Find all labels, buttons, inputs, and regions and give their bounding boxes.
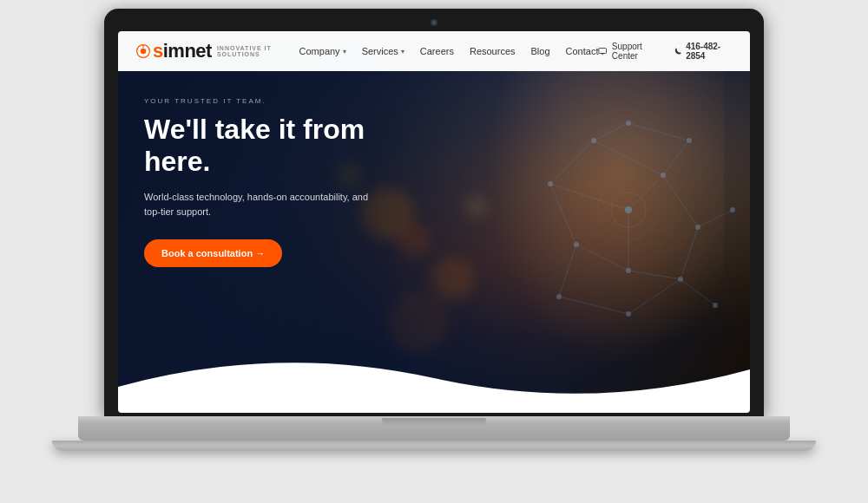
phone-icon — [674, 47, 682, 56]
svg-point-29 — [713, 303, 718, 308]
svg-point-35 — [141, 49, 147, 55]
svg-point-23 — [574, 242, 579, 247]
chevron-down-icon: ▾ — [401, 48, 404, 56]
svg-point-25 — [625, 206, 632, 213]
svg-point-18 — [591, 138, 596, 143]
svg-line-17 — [628, 279, 681, 314]
svg-line-13 — [698, 210, 733, 227]
nav-blog[interactable]: Blog — [531, 46, 550, 56]
nav-careers[interactable]: Careers — [420, 46, 454, 56]
trusted-label: YOUR TRUSTED IT TEAM. — [144, 97, 404, 105]
network-graphic — [420, 71, 750, 375]
svg-line-1 — [663, 175, 698, 227]
svg-point-22 — [548, 181, 553, 186]
svg-line-4 — [550, 184, 576, 245]
laptop-notch — [382, 418, 486, 427]
nav-center: Company ▾ Services ▾ Careers Resources B — [299, 46, 599, 56]
svg-rect-37 — [599, 49, 607, 54]
svg-line-11 — [628, 123, 689, 140]
svg-line-12 — [663, 140, 689, 175]
nav-left: simnet INNOVATIVE IT SOLUTIONS — [135, 40, 299, 62]
svg-line-16 — [559, 297, 628, 314]
logo-icon — [135, 42, 151, 61]
svg-line-2 — [681, 227, 698, 279]
phone-number[interactable]: 416-482-2854 — [674, 42, 733, 61]
nav-right: Support Center 416-482-2854 — [598, 42, 733, 61]
webcam-icon — [431, 19, 437, 26]
logo-text: simnet — [153, 40, 212, 62]
website-content: simnet INNOVATIVE IT SOLUTIONS Company ▾… — [118, 31, 750, 413]
svg-point-27 — [687, 138, 692, 143]
svg-line-15 — [559, 245, 576, 297]
chevron-down-icon: ▾ — [343, 48, 346, 56]
laptop-mockup: simnet INNOVATIVE IT SOLUTIONS Company ▾… — [78, 9, 790, 494]
svg-line-0 — [594, 140, 663, 175]
svg-point-26 — [626, 121, 631, 126]
svg-point-28 — [730, 207, 735, 212]
support-center-link[interactable]: Support Center — [598, 42, 662, 61]
svg-point-30 — [556, 294, 562, 299]
laptop-screen: simnet INNOVATIVE IT SOLUTIONS Company ▾… — [104, 9, 764, 416]
svg-point-21 — [678, 277, 683, 282]
nav-contact[interactable]: Contact — [566, 46, 599, 56]
book-consultation-button[interactable]: Book a consultation → — [144, 239, 282, 267]
hero-subtitle: World-class technology, hands-on account… — [144, 190, 370, 220]
svg-line-14 — [681, 279, 715, 305]
svg-line-10 — [594, 123, 628, 140]
monitor-icon — [598, 47, 607, 56]
wave-divider — [118, 343, 750, 413]
svg-line-3 — [550, 140, 594, 184]
laptop-base — [78, 416, 790, 441]
svg-point-24 — [626, 268, 631, 273]
navbar: simnet INNOVATIVE IT SOLUTIONS Company ▾… — [118, 31, 750, 71]
laptop-foot — [52, 441, 816, 451]
logo[interactable]: simnet INNOVATIVE IT SOLUTIONS — [135, 40, 299, 62]
hero-section: YOUR TRUSTED IT TEAM. We'll take it from… — [118, 71, 431, 293]
svg-point-19 — [661, 173, 666, 178]
hero-title: We'll take it from here. — [144, 114, 404, 178]
nav-services[interactable]: Services ▾ — [362, 46, 404, 56]
svg-line-6 — [628, 271, 681, 279]
svg-point-31 — [626, 311, 631, 317]
svg-line-5 — [576, 245, 628, 271]
svg-point-20 — [695, 225, 700, 230]
nav-resources[interactable]: Resources — [470, 46, 516, 56]
logo-tagline: INNOVATIVE IT SOLUTIONS — [217, 45, 299, 57]
nav-company[interactable]: Company ▾ — [299, 46, 346, 56]
